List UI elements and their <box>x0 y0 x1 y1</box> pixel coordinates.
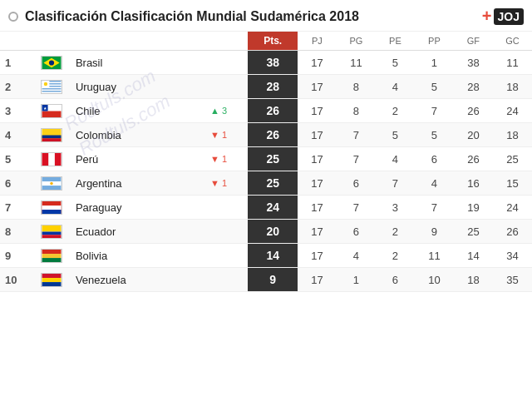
change-cell <box>190 196 249 220</box>
header-circle <box>8 12 18 22</box>
change-cell: ▼ 1 <box>190 123 249 147</box>
pe-cell: 4 <box>376 147 415 171</box>
flag-cell <box>31 51 72 75</box>
pj-cell: 17 <box>298 268 337 292</box>
gf-cell: 26 <box>454 99 493 123</box>
pg-cell: 7 <box>337 147 376 171</box>
col-rank <box>0 32 31 51</box>
pp-cell: 11 <box>415 244 454 268</box>
pg-cell: 6 <box>337 220 376 244</box>
pts-cell: 24 <box>248 196 298 220</box>
svg-rect-8 <box>42 91 61 92</box>
pts-cell: 26 <box>248 99 298 123</box>
header: Clasificación Clasificación Mundial Suda… <box>0 0 532 32</box>
pe-cell: 3 <box>376 196 415 220</box>
pg-cell: 11 <box>337 51 376 75</box>
pts-cell: 14 <box>248 244 298 268</box>
change-cell <box>190 268 249 292</box>
team-name: Venezuela <box>72 268 190 292</box>
flag-venezuela <box>41 273 62 287</box>
table-row: 3 ★ Chile ▲ 3 26 17 8 2 7 26 24 <box>0 99 532 123</box>
rank-cell: 3 <box>0 99 31 123</box>
table-row: 5 Perú ▼ 1 25 17 7 4 6 26 25 <box>0 147 532 171</box>
pp-cell: 5 <box>415 123 454 147</box>
change-cell: ▲ 3 <box>190 99 249 123</box>
table-row: 6 Argentina ▼ 1 25 17 6 7 4 16 15 <box>0 171 532 196</box>
flag-cell <box>31 75 72 99</box>
svg-rect-7 <box>42 88 61 90</box>
gf-cell: 38 <box>454 51 493 75</box>
pj-cell: 17 <box>298 244 337 268</box>
gc-cell: 26 <box>493 220 532 244</box>
pj-cell: 17 <box>298 75 337 99</box>
arrow-down-icon: ▼ 1 <box>210 178 227 188</box>
pe-cell: 2 <box>376 244 415 268</box>
team-name: Paraguay <box>72 196 190 220</box>
col-gf: GF <box>454 32 493 51</box>
pj-cell: 17 <box>298 147 337 171</box>
flag-ecuador <box>41 225 62 239</box>
pe-cell: 6 <box>376 268 415 292</box>
table-row: 4 Colombia ▼ 1 26 17 7 5 5 20 18 <box>0 123 532 147</box>
pts-cell: 26 <box>248 123 298 147</box>
gf-cell: 28 <box>454 75 493 99</box>
pp-cell: 5 <box>415 75 454 99</box>
pts-cell: 25 <box>248 147 298 171</box>
rank-cell: 8 <box>0 220 31 244</box>
pp-cell: 1 <box>415 51 454 75</box>
flag-cell <box>31 123 72 147</box>
pe-cell: 4 <box>376 75 415 99</box>
pg-cell: 4 <box>337 244 376 268</box>
svg-rect-24 <box>42 206 61 210</box>
svg-rect-19 <box>48 153 55 166</box>
flag-cell <box>31 196 72 220</box>
svg-rect-29 <box>42 250 61 254</box>
table-row: 7 Paraguay 24 17 7 3 7 19 24 <box>0 196 532 220</box>
pts-cell: 20 <box>248 220 298 244</box>
pg-cell: 6 <box>337 171 376 196</box>
svg-rect-33 <box>42 278 61 282</box>
flag-argentina <box>41 176 62 191</box>
team-name: Brasil <box>72 51 190 75</box>
flag-cell <box>31 147 72 171</box>
pp-cell: 10 <box>415 268 454 292</box>
flag-bolivia <box>41 249 62 263</box>
rank-cell: 9 <box>0 244 31 268</box>
rank-cell: 2 <box>0 75 31 99</box>
pp-cell: 6 <box>415 147 454 171</box>
pts-cell: 25 <box>248 171 298 196</box>
pe-cell: 7 <box>376 171 415 196</box>
team-name: Argentina <box>72 171 190 196</box>
svg-point-22 <box>50 181 53 185</box>
pp-cell: 7 <box>415 99 454 123</box>
pj-cell: 17 <box>298 220 337 244</box>
logo-plus: + <box>482 7 492 26</box>
pts-cell: 38 <box>248 51 298 75</box>
svg-rect-12 <box>42 111 61 117</box>
gc-cell: 18 <box>493 123 532 147</box>
col-pg: PG <box>337 32 376 51</box>
svg-rect-32 <box>42 274 61 278</box>
team-name: Uruguay <box>72 75 190 99</box>
flag-cell <box>31 171 72 196</box>
gc-cell: 11 <box>493 51 532 75</box>
pp-cell: 7 <box>415 196 454 220</box>
standings-table: Pts. PJ PG PE PP GF GC 1 Brasil 38 17 11… <box>0 32 532 292</box>
gf-cell: 16 <box>454 171 493 196</box>
gf-cell: 19 <box>454 196 493 220</box>
rank-cell: 7 <box>0 196 31 220</box>
pj-cell: 17 <box>298 171 337 196</box>
gf-cell: 18 <box>454 268 493 292</box>
arrow-down-icon: ▼ 1 <box>210 130 227 140</box>
gf-cell: 20 <box>454 123 493 147</box>
change-cell <box>190 75 249 99</box>
arrow-down-icon: ▼ 1 <box>210 154 227 164</box>
gc-cell: 24 <box>493 99 532 123</box>
pj-cell: 17 <box>298 51 337 75</box>
flag-chile: ★ <box>41 104 62 118</box>
pg-cell: 7 <box>337 196 376 220</box>
gc-cell: 15 <box>493 171 532 196</box>
table-row: 10 Venezuela 9 17 1 6 10 18 35 <box>0 268 532 292</box>
gc-cell: 24 <box>493 196 532 220</box>
pe-cell: 5 <box>376 123 415 147</box>
